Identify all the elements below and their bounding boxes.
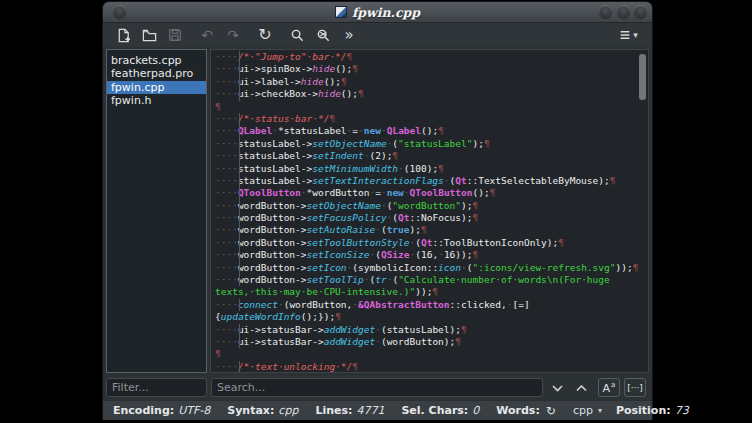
desktop: { "window": { "title": "fpwin.cpp" }, "i…: [0, 0, 752, 423]
code-segment: setToolTip: [307, 274, 364, 285]
editor-scrollbar[interactable]: [639, 54, 646, 100]
syntax-status: Syntax: cpp: [227, 404, 298, 417]
code-line[interactable]: ····QToolButton·*wordButton·=·new·QToolB…: [215, 187, 648, 199]
match-case-button[interactable]: Aa: [598, 378, 620, 397]
code-segment: statusLabel->: [238, 175, 312, 186]
code-segment: ¶: [432, 286, 438, 297]
search-input[interactable]: [211, 378, 543, 397]
code-line[interactable]: ····statusLabel->setIndent·(2);¶: [215, 150, 648, 162]
code-line[interactable]: ····ui->statusBar->addWidget·(wordButton…: [215, 336, 648, 348]
code-line[interactable]: ····ui->spinBox->hide();¶: [215, 63, 648, 75]
code-segment: &QAbstractButton: [358, 299, 450, 310]
code-line[interactable]: texts,·this·may·be·CPU-intensive.)"));¶: [215, 286, 648, 298]
code-segment: ····: [215, 113, 238, 124]
title-bar: fpwin.cpp: [103, 2, 652, 23]
code-line[interactable]: ····wordButton->setIcon·(symbolicIcon::i…: [215, 262, 648, 274]
code-segment: wordButton->: [238, 200, 307, 211]
window-title: fpwin.cpp: [352, 5, 420, 20]
code-segment: QLabel: [387, 125, 421, 136]
code-segment: ····: [215, 237, 238, 248]
code-line[interactable]: ····ui->checkBox->hide();¶: [215, 88, 648, 100]
minimize-button[interactable]: [599, 5, 612, 18]
word-count-refresh-button[interactable]: ↻: [546, 404, 556, 418]
code-line[interactable]: ····QLabel·*statusLabel·=·new·QLabel();¶: [215, 125, 648, 137]
redo-button[interactable]: ↷: [220, 25, 246, 45]
open-file-button[interactable]: [136, 25, 162, 45]
code-line[interactable]: ¶: [215, 348, 648, 360]
code-segment: "wordButton": [392, 200, 461, 211]
code-line[interactable]: ····ui->label->hide();¶: [215, 76, 648, 88]
code-line[interactable]: ····wordButton->setAutoRaise·(true);¶: [215, 224, 648, 236]
file-list-item[interactable]: featherpad.pro: [107, 67, 206, 80]
main-menu-button[interactable]: ▾: [611, 25, 645, 45]
code-segment: wordButton->: [238, 237, 307, 248]
code-segment: ····: [215, 200, 238, 211]
code-line[interactable]: ····ui->statusBar->addWidget·(statusLabe…: [215, 324, 648, 336]
code-segment: ¶: [392, 150, 398, 161]
search-prev-button[interactable]: [571, 379, 591, 397]
code-segment: (statusLabel);: [381, 324, 461, 335]
code-line[interactable]: ····/*·status·bar·*/¶: [215, 113, 648, 125]
code-line[interactable]: ····connect·(wordButton,·&QAbstractButto…: [215, 299, 648, 311]
code-segment: hide: [318, 88, 341, 99]
jump-bar-button[interactable]: [310, 25, 336, 45]
code-line[interactable]: {updateWordInfo();});¶: [215, 311, 648, 323]
code-line[interactable]: ····statusLabel->setObjectName·("statusL…: [215, 138, 648, 150]
code-segment: addWidget: [324, 324, 375, 335]
overflow-chevrons-icon: »: [344, 28, 353, 43]
code-segment: );: [472, 138, 483, 149]
close-button[interactable]: [634, 5, 647, 18]
code-line[interactable]: ····wordButton->setFocusPolicy·(Qt::NoFo…: [215, 212, 648, 224]
code-segment: ();: [341, 88, 358, 99]
reload-button[interactable]: ↻: [252, 25, 278, 45]
file-list: brackets.cppfeatherpad.profpwin.cppfpwin…: [106, 49, 207, 373]
code-segment: ····: [215, 299, 238, 310]
code-segment: (16,: [415, 249, 438, 260]
code-segment: ui->statusBar->: [238, 336, 324, 347]
code-segment: tr: [375, 274, 386, 285]
code-segment: setMinimumWidth: [312, 163, 398, 174]
filter-input[interactable]: [106, 378, 207, 397]
featherpad-app-icon: [335, 6, 347, 18]
code-line[interactable]: ····statusLabel->setMinimumWidth·(100);¶: [215, 163, 648, 175]
code-segment: setObjectName: [307, 200, 381, 211]
code-line[interactable]: ····wordButton->setIconSize·(QSize·(16,·…: [215, 249, 648, 261]
search-next-button[interactable]: [547, 379, 567, 397]
code-segment: ::NoFocus);: [410, 212, 473, 223]
code-segment: true: [387, 224, 410, 235]
code-segment: ¶: [329, 113, 335, 124]
undo-button[interactable]: ↶: [194, 25, 220, 45]
code-segment: ¶: [473, 249, 479, 260]
code-segment: statusLabel->: [238, 138, 312, 149]
code-line[interactable]: ····wordButton->setObjectName·("wordButt…: [215, 200, 648, 212]
new-file-button[interactable]: [110, 25, 136, 45]
featherpad-window: fpwin.cpp ↶ ↷: [103, 2, 652, 418]
code-segment: /*·status·bar·*/: [238, 113, 330, 124]
code-line[interactable]: ····statusLabel->setTextInteractionFlags…: [215, 175, 648, 187]
file-list-item[interactable]: fpwin.h: [107, 94, 206, 107]
new-file-icon: [116, 28, 131, 43]
code-segment: ¶: [352, 63, 358, 74]
editor[interactable]: ····/*·"Jump·to"·bar·*/¶····ui->spinBox-…: [210, 49, 649, 373]
content-area: brackets.cppfeatherpad.profpwin.cppfpwin…: [103, 47, 652, 376]
menu-caret-icon: ▾: [633, 31, 638, 40]
code-line[interactable]: ····wordButton->setToolTip·(tr·("Calcula…: [215, 274, 648, 286]
code-segment: QLabel: [238, 125, 272, 136]
code-line[interactable]: ····/*·text·unlocking·*/¶: [215, 361, 648, 373]
save-button[interactable]: [162, 25, 188, 45]
code-line[interactable]: ····/*·"Jump·to"·bar·*/¶: [215, 51, 648, 63]
whole-word-icon: [···]: [627, 383, 643, 393]
file-list-item[interactable]: brackets.cpp: [107, 54, 206, 67]
toolbar-overflow-button[interactable]: »: [336, 25, 362, 45]
maximize-button[interactable]: [617, 5, 630, 18]
file-list-item[interactable]: fpwin.cpp: [107, 81, 206, 94]
chevron-down-icon: [552, 385, 563, 392]
syntax-selector[interactable]: cpp ▾: [573, 404, 602, 417]
whole-word-button[interactable]: [···]: [624, 378, 646, 397]
code-segment: Qt: [398, 212, 409, 223]
search-toggle-button[interactable]: [284, 25, 310, 45]
code-segment: ····: [215, 336, 238, 347]
code-segment: ));: [415, 286, 432, 297]
code-line[interactable]: ¶: [215, 101, 648, 113]
code-line[interactable]: ····wordButton->setToolButtonStyle·(Qt::…: [215, 237, 648, 249]
